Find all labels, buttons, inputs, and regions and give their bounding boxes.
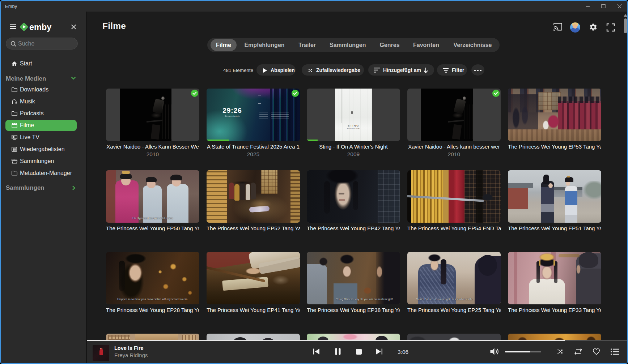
svg-text:emby: emby — [29, 22, 51, 32]
